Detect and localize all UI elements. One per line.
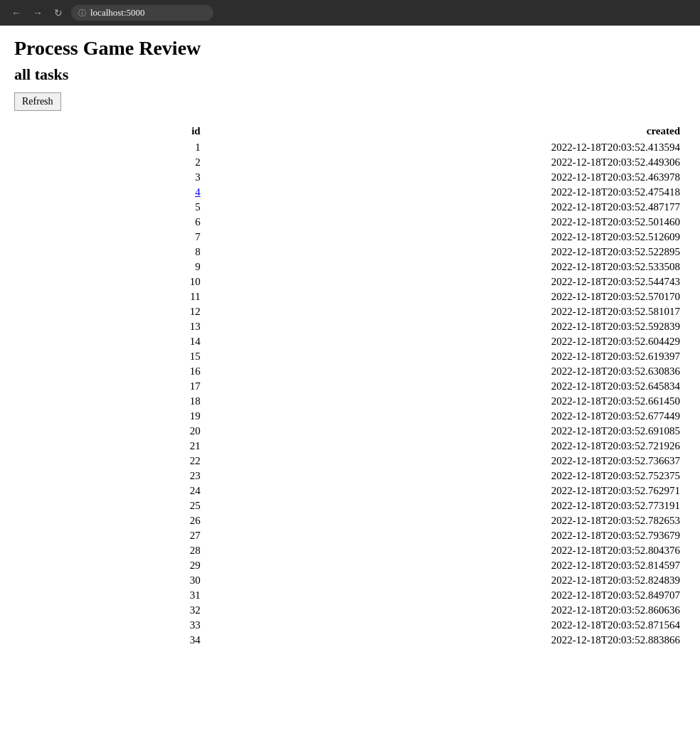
table-row: 232022-12-18T20:03:52.752375 <box>14 469 686 483</box>
row-created: 2022-12-18T20:03:52.512609 <box>206 230 686 245</box>
row-id: 6 <box>14 215 206 230</box>
row-id: 26 <box>14 513 206 528</box>
table-row: 142022-12-18T20:03:52.604429 <box>14 334 686 349</box>
table-row: 32022-12-18T20:03:52.463978 <box>14 170 686 185</box>
row-id: 10 <box>14 274 206 289</box>
row-id: 1 <box>14 140 206 155</box>
row-created: 2022-12-18T20:03:52.824839 <box>206 573 686 588</box>
row-id: 32 <box>14 603 206 618</box>
row-id: 31 <box>14 588 206 603</box>
row-created: 2022-12-18T20:03:52.849707 <box>206 588 686 603</box>
table-row: 22022-12-18T20:03:52.449306 <box>14 155 686 170</box>
row-id[interactable]: 4 <box>14 185 206 200</box>
row-id: 19 <box>14 409 206 424</box>
table-row: 72022-12-18T20:03:52.512609 <box>14 230 686 245</box>
id-column-header: id <box>14 122 206 140</box>
page-title: Process Game Review <box>14 37 686 60</box>
row-created: 2022-12-18T20:03:52.691085 <box>206 424 686 439</box>
table-row: 252022-12-18T20:03:52.773191 <box>14 498 686 513</box>
row-id: 24 <box>14 483 206 498</box>
table-row: 162022-12-18T20:03:52.630836 <box>14 364 686 379</box>
table-row: 332022-12-18T20:03:52.871564 <box>14 618 686 633</box>
tasks-table: id created 12022-12-18T20:03:52.41359422… <box>14 122 686 648</box>
refresh-button[interactable]: Refresh <box>14 92 61 111</box>
row-created: 2022-12-18T20:03:52.736637 <box>206 454 686 469</box>
row-created: 2022-12-18T20:03:52.592839 <box>206 319 686 334</box>
row-id: 17 <box>14 379 206 394</box>
row-id: 34 <box>14 633 206 648</box>
row-created: 2022-12-18T20:03:52.501460 <box>206 215 686 230</box>
row-id: 2 <box>14 155 206 170</box>
address-bar[interactable]: ⓘ localhost:5000 <box>71 5 213 21</box>
row-id: 13 <box>14 319 206 334</box>
table-row: 52022-12-18T20:03:52.487177 <box>14 200 686 215</box>
row-created: 2022-12-18T20:03:52.752375 <box>206 469 686 483</box>
row-id: 21 <box>14 439 206 454</box>
table-row: 172022-12-18T20:03:52.645834 <box>14 379 686 394</box>
row-created: 2022-12-18T20:03:52.522895 <box>206 245 686 260</box>
table-row: 282022-12-18T20:03:52.804376 <box>14 543 686 558</box>
row-id: 27 <box>14 528 206 543</box>
row-created: 2022-12-18T20:03:52.463978 <box>206 170 686 185</box>
row-created: 2022-12-18T20:03:52.449306 <box>206 155 686 170</box>
row-created: 2022-12-18T20:03:52.773191 <box>206 498 686 513</box>
row-created: 2022-12-18T20:03:52.475418 <box>206 185 686 200</box>
row-id: 3 <box>14 170 206 185</box>
browser-chrome: ← → ↻ ⓘ localhost:5000 <box>0 0 700 26</box>
row-id: 23 <box>14 469 206 483</box>
forward-button[interactable]: → <box>30 6 46 20</box>
row-created: 2022-12-18T20:03:52.871564 <box>206 618 686 633</box>
row-created: 2022-12-18T20:03:52.804376 <box>206 543 686 558</box>
section-title: all tasks <box>14 65 686 84</box>
row-id: 29 <box>14 558 206 573</box>
table-row: 42022-12-18T20:03:52.475418 <box>14 185 686 200</box>
row-created: 2022-12-18T20:03:52.619397 <box>206 349 686 364</box>
table-row: 222022-12-18T20:03:52.736637 <box>14 454 686 469</box>
url-text: localhost:5000 <box>90 7 145 18</box>
table-row: 272022-12-18T20:03:52.793679 <box>14 528 686 543</box>
table-body: 12022-12-18T20:03:52.41359422022-12-18T2… <box>14 140 686 648</box>
row-id: 16 <box>14 364 206 379</box>
back-button[interactable]: ← <box>9 6 24 20</box>
created-column-header: created <box>206 122 686 140</box>
row-id: 9 <box>14 260 206 274</box>
table-row: 92022-12-18T20:03:52.533508 <box>14 260 686 274</box>
row-created: 2022-12-18T20:03:52.630836 <box>206 364 686 379</box>
row-id: 5 <box>14 200 206 215</box>
row-created: 2022-12-18T20:03:52.645834 <box>206 379 686 394</box>
table-row: 182022-12-18T20:03:52.661450 <box>14 394 686 409</box>
row-id: 33 <box>14 618 206 633</box>
row-created: 2022-12-18T20:03:52.793679 <box>206 528 686 543</box>
table-row: 82022-12-18T20:03:52.522895 <box>14 245 686 260</box>
row-id: 11 <box>14 289 206 304</box>
reload-button[interactable]: ↻ <box>51 6 65 20</box>
row-id: 25 <box>14 498 206 513</box>
row-created: 2022-12-18T20:03:52.860636 <box>206 603 686 618</box>
table-row: 292022-12-18T20:03:52.814597 <box>14 558 686 573</box>
table-row: 12022-12-18T20:03:52.413594 <box>14 140 686 155</box>
row-created: 2022-12-18T20:03:52.570170 <box>206 289 686 304</box>
table-row: 262022-12-18T20:03:52.782653 <box>14 513 686 528</box>
table-row: 192022-12-18T20:03:52.677449 <box>14 409 686 424</box>
row-created: 2022-12-18T20:03:52.762971 <box>206 483 686 498</box>
table-row: 342022-12-18T20:03:52.883866 <box>14 633 686 648</box>
row-created: 2022-12-18T20:03:52.721926 <box>206 439 686 454</box>
row-created: 2022-12-18T20:03:52.661450 <box>206 394 686 409</box>
table-row: 122022-12-18T20:03:52.581017 <box>14 304 686 319</box>
row-id: 8 <box>14 245 206 260</box>
row-created: 2022-12-18T20:03:52.544743 <box>206 274 686 289</box>
table-row: 132022-12-18T20:03:52.592839 <box>14 319 686 334</box>
row-created: 2022-12-18T20:03:52.487177 <box>206 200 686 215</box>
row-id: 28 <box>14 543 206 558</box>
table-row: 312022-12-18T20:03:52.849707 <box>14 588 686 603</box>
table-row: 62022-12-18T20:03:52.501460 <box>14 215 686 230</box>
table-row: 112022-12-18T20:03:52.570170 <box>14 289 686 304</box>
row-id: 12 <box>14 304 206 319</box>
row-created: 2022-12-18T20:03:52.413594 <box>206 140 686 155</box>
row-created: 2022-12-18T20:03:52.677449 <box>206 409 686 424</box>
row-created: 2022-12-18T20:03:52.581017 <box>206 304 686 319</box>
table-header-row: id created <box>14 122 686 140</box>
row-id: 30 <box>14 573 206 588</box>
row-created: 2022-12-18T20:03:52.533508 <box>206 260 686 274</box>
row-created: 2022-12-18T20:03:52.883866 <box>206 633 686 648</box>
